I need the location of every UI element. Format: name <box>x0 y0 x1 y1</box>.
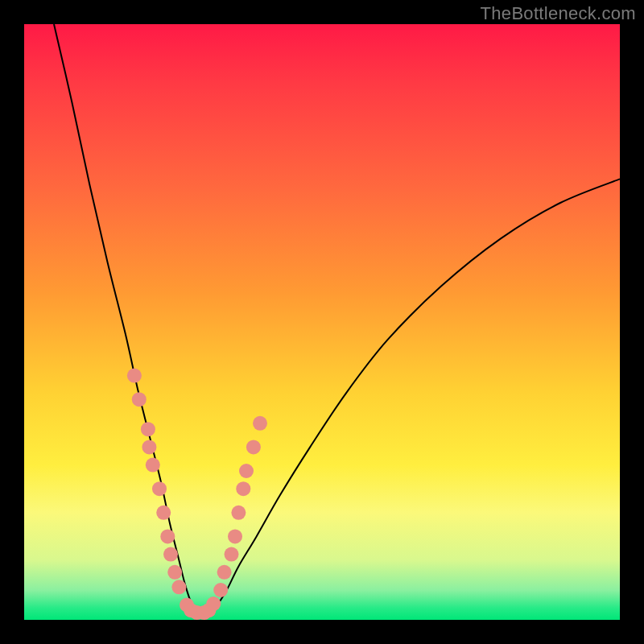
data-marker <box>160 529 175 543</box>
curve-layer <box>24 24 620 620</box>
data-marker <box>231 506 246 520</box>
data-marker <box>225 547 239 562</box>
data-marker <box>156 506 171 520</box>
data-marker <box>228 529 242 543</box>
marker-group <box>127 369 267 620</box>
watermark-text: TheBottleneck.com <box>481 3 636 24</box>
data-marker <box>213 583 228 597</box>
data-marker <box>239 464 254 478</box>
chart-frame: TheBottleneck.com <box>0 0 644 644</box>
data-marker <box>217 565 232 580</box>
data-marker <box>236 481 250 496</box>
data-marker <box>171 580 186 594</box>
data-marker <box>167 565 182 580</box>
plot-area <box>24 24 620 620</box>
data-marker <box>146 458 160 473</box>
data-marker <box>141 422 155 436</box>
data-marker <box>152 481 167 496</box>
data-marker <box>246 440 261 454</box>
data-marker <box>206 597 221 611</box>
data-marker <box>132 392 147 407</box>
data-marker <box>142 440 156 454</box>
data-marker <box>127 369 142 383</box>
data-marker <box>163 547 178 562</box>
data-marker <box>253 416 267 431</box>
bottleneck-curve <box>54 24 620 614</box>
